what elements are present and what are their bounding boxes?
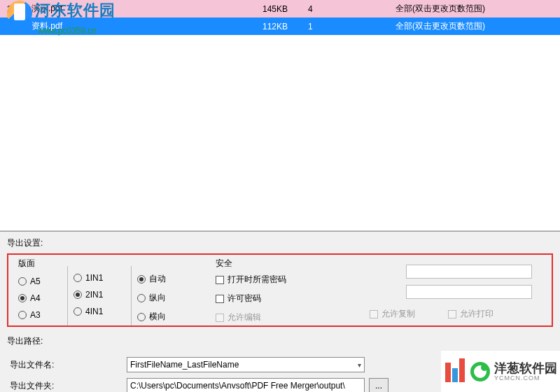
security-label: 安全 xyxy=(216,258,315,270)
radio-1in1[interactable]: 1IN1 xyxy=(74,273,125,283)
export-folder-value: C:\Users\pc\Documents\Anvsoft\PDF Free M… xyxy=(130,381,345,391)
radio-4in1[interactable]: 4IN1 xyxy=(74,307,125,316)
radio-a3[interactable]: A3 xyxy=(18,310,62,320)
cell-range: 全部(双击更改页数范围) xyxy=(396,20,560,32)
cell-size: 145KB xyxy=(262,4,308,14)
cell-filename: 资料.pdf xyxy=(28,20,262,32)
open-password-input[interactable] xyxy=(406,265,532,279)
checkbox-allow-copy: 允许复制 xyxy=(370,308,415,320)
export-settings-title: 导出设置: xyxy=(7,237,553,249)
export-filename-label: 导出文件名: xyxy=(7,359,59,371)
cell-filename: 演示.pdf xyxy=(28,3,262,15)
footer-circle-icon xyxy=(470,362,490,382)
export-filename-value: FirstFileName_LastFileName xyxy=(130,360,239,370)
checkbox-permission-password[interactable]: 许可密码 xyxy=(216,293,315,304)
radio-auto[interactable]: 自动 xyxy=(137,273,196,285)
file-table: 2 演示.pdf 145KB 4 全部(双击更改页数范围) 资料.pdf 112… xyxy=(0,0,560,231)
footer-url: YCMCN.COM xyxy=(494,374,557,382)
checkbox-allow-print: 允许打印 xyxy=(448,308,493,320)
cell-index: 2 xyxy=(0,4,28,14)
radio-portrait[interactable]: 纵向 xyxy=(137,292,196,304)
chevron-down-icon: ▾ xyxy=(358,361,361,369)
radio-landscape[interactable]: 横向 xyxy=(137,311,196,323)
cell-pages: 1 xyxy=(308,22,396,31)
cell-size: 112KB xyxy=(262,22,308,31)
export-filename-combo[interactable]: FirstFileName_LastFileName ▾ xyxy=(127,357,365,372)
footer-watermark: 洋葱软件园 YCMCN.COM xyxy=(441,350,560,392)
footer-bars-icon xyxy=(445,358,466,384)
export-folder-label: 导出文件夹: xyxy=(7,380,59,392)
permission-password-input[interactable] xyxy=(406,285,532,299)
export-path-label: 导出路径: xyxy=(7,335,553,347)
layout-label: 版面 xyxy=(18,258,62,270)
cell-pages: 4 xyxy=(308,4,396,14)
radio-a4[interactable]: A4 xyxy=(18,293,62,303)
table-row[interactable]: 资料.pdf 112KB 1 全部(双击更改页数范围) xyxy=(0,18,560,35)
radio-a5[interactable]: A5 xyxy=(18,276,62,286)
export-folder-input[interactable]: C:\Users\pc\Documents\Anvsoft\PDF Free M… xyxy=(127,378,365,392)
footer-name: 洋葱软件园 xyxy=(494,362,557,374)
checkbox-allow-edit: 允许编辑 xyxy=(216,312,315,323)
table-row[interactable]: 2 演示.pdf 145KB 4 全部(双击更改页数范围) xyxy=(0,0,560,18)
checkbox-open-password[interactable]: 打开时所需密码 xyxy=(216,274,315,286)
radio-2in1[interactable]: 2IN1 xyxy=(74,290,125,300)
browse-button[interactable]: ... xyxy=(369,378,388,392)
cell-range: 全部(双击更改页数范围) xyxy=(396,3,560,15)
